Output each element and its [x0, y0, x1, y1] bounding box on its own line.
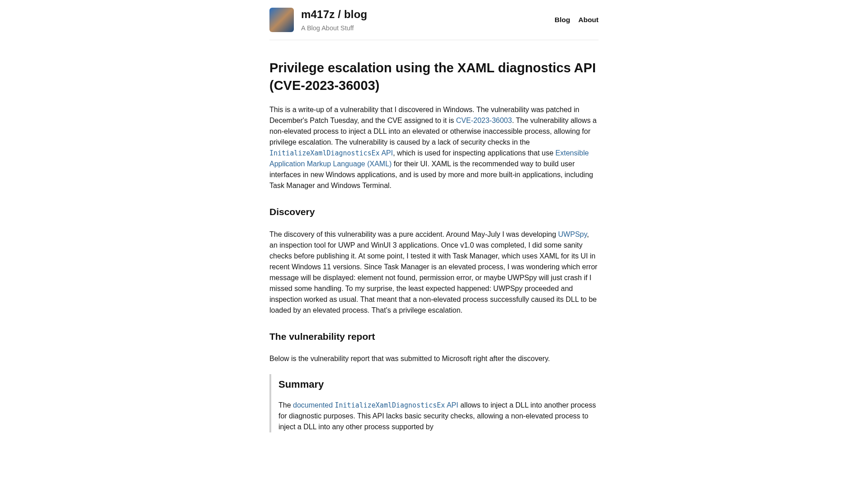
summary-paragraph: The documented InitializeXamlDiagnostics…	[278, 400, 599, 432]
site-header: m417z / blog A Blog About Stuff Blog Abo…	[269, 0, 599, 40]
discovery-text: The discovery of this vulnerability was …	[269, 230, 558, 238]
report-blockquote: Summary The documented InitializeXamlDia…	[269, 374, 599, 432]
documented-text: documented	[293, 401, 335, 409]
site-nav: Blog About	[555, 14, 599, 25]
discovery-text: , an inspection tool for UWP and WinUI 3…	[269, 230, 597, 314]
api-code: InitializeXamlDiagnosticsEx	[335, 401, 445, 409]
site-title[interactable]: m417z / blog	[301, 6, 367, 23]
summary-text: The	[278, 401, 293, 409]
report-lead: Below is the vulnerability report that w…	[269, 353, 599, 364]
api-code: InitializeXamlDiagnosticsEx	[269, 149, 380, 157]
nav-blog[interactable]: Blog	[555, 14, 570, 25]
api-link[interactable]: InitializeXamlDiagnosticsEx API	[269, 149, 393, 157]
discovery-heading: Discovery	[269, 205, 599, 219]
nav-about[interactable]: About	[578, 14, 599, 25]
api-link-tail: API	[445, 401, 458, 409]
report-heading: The vulnerability report	[269, 329, 599, 344]
documented-api-link[interactable]: documented InitializeXamlDiagnosticsEx A…	[293, 401, 458, 409]
cve-link[interactable]: CVE-2023-36003	[456, 117, 512, 124]
discovery-paragraph: The discovery of this vulnerability was …	[269, 229, 599, 316]
uwpspy-link[interactable]: UWPSpy	[558, 230, 587, 238]
post-title: Privilege escalation using the XAML diag…	[269, 59, 599, 94]
api-link-tail: API	[380, 149, 393, 157]
summary-heading: Summary	[278, 377, 599, 392]
site-brand: m417z / blog A Blog About Stuff	[269, 6, 367, 33]
intro-text: , which is used for inspecting applicati…	[393, 149, 555, 157]
avatar[interactable]	[269, 8, 294, 32]
post: Privilege escalation using the XAML diag…	[269, 59, 599, 432]
site-tagline: A Blog About Stuff	[301, 23, 367, 33]
intro-paragraph: This is a write-up of a vulnerability th…	[269, 104, 599, 191]
